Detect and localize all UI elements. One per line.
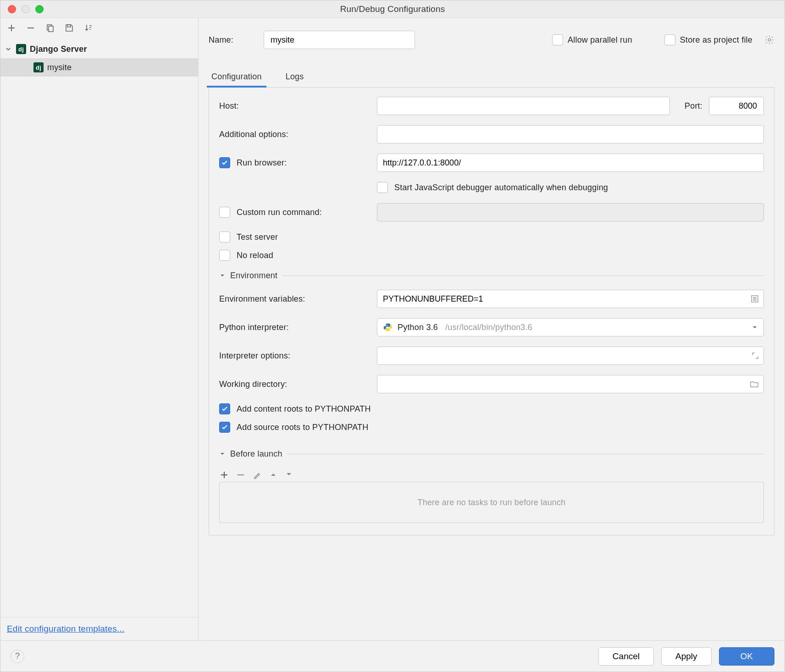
start-js-debugger-label: Start JavaScript debugger automatically … <box>394 183 608 193</box>
titlebar: Run/Debug Configurations <box>0 0 785 18</box>
host-label: Host: <box>219 101 370 111</box>
python-interpreter-select[interactable]: Python 3.6 /usr/local/bin/python3.6 <box>377 318 764 336</box>
add-content-roots-label: Add content roots to PYTHONPATH <box>237 404 371 414</box>
name-label: Name: <box>209 35 254 45</box>
custom-run-command-label: Custom run command: <box>237 208 322 217</box>
cancel-button[interactable]: Cancel <box>598 647 654 666</box>
python-icon <box>383 322 393 332</box>
test-server-checkbox[interactable] <box>219 231 230 242</box>
django-icon: dj <box>16 44 26 54</box>
no-reload-checkbox[interactable] <box>219 250 230 261</box>
expand-icon[interactable] <box>752 352 759 359</box>
add-task-icon[interactable] <box>220 471 228 479</box>
minimize-window-icon <box>22 5 30 13</box>
host-input[interactable] <box>377 97 670 115</box>
chevron-down-icon <box>5 46 12 52</box>
copy-config-icon[interactable] <box>44 22 55 33</box>
tree-item-label: mysite <box>47 63 72 72</box>
before-launch-section-header[interactable]: Before launch <box>219 449 764 459</box>
dialog-window: Run/Debug Configurations dj Django Serve… <box>0 0 785 672</box>
config-tree: dj Django Server dj mysite <box>0 38 198 617</box>
port-input[interactable] <box>709 97 764 115</box>
list-edit-icon[interactable] <box>751 295 759 303</box>
before-launch-section-label: Before launch <box>230 449 282 459</box>
before-launch-empty: There are no tasks to run before launch <box>219 482 764 523</box>
run-browser-url-input[interactable] <box>377 154 764 172</box>
config-tabs: Configuration Logs <box>209 68 774 88</box>
store-as-project-file-checkbox[interactable]: Store as project file <box>664 34 752 45</box>
add-config-icon[interactable] <box>6 22 17 33</box>
caret-down-icon <box>219 272 226 279</box>
caret-down-icon <box>219 451 226 457</box>
custom-run-command-checkbox[interactable] <box>219 207 230 218</box>
tree-item-mysite[interactable]: dj mysite <box>0 58 198 77</box>
python-interpreter-name: Python 3.6 <box>398 323 438 332</box>
tree-root-django-server[interactable]: dj Django Server <box>0 40 198 58</box>
add-source-roots-checkbox[interactable] <box>219 422 230 433</box>
sort-config-icon[interactable] <box>83 22 94 33</box>
help-icon[interactable]: ? <box>11 650 24 663</box>
run-browser-label: Run browser: <box>237 158 287 168</box>
working-directory-label: Working directory: <box>219 380 370 389</box>
checkbox-icon <box>552 34 563 45</box>
additional-options-label: Additional options: <box>219 130 370 139</box>
sidebar-toolbar <box>0 18 198 38</box>
environment-section-label: Environment <box>230 271 277 281</box>
checkbox-icon <box>664 34 675 45</box>
python-interpreter-path: /usr/local/bin/python3.6 <box>445 323 532 332</box>
move-down-icon <box>285 471 293 479</box>
before-launch-toolbar <box>219 468 764 482</box>
edit-templates-link[interactable]: Edit configuration templates... <box>7 624 125 633</box>
remove-config-icon[interactable] <box>25 22 36 33</box>
configuration-panel: Host: Port: Additional options: <box>209 88 774 535</box>
ok-button[interactable]: OK <box>719 647 774 666</box>
name-input[interactable] <box>264 31 415 49</box>
save-config-icon[interactable] <box>64 22 75 33</box>
custom-run-command-input <box>377 203 764 221</box>
start-js-debugger-checkbox[interactable] <box>377 182 388 193</box>
test-server-label: Test server <box>237 232 278 242</box>
env-vars-input[interactable] <box>377 290 764 308</box>
working-directory-input[interactable] <box>377 375 764 393</box>
move-up-icon <box>270 471 277 479</box>
edit-task-icon <box>253 471 261 479</box>
folder-icon[interactable] <box>750 380 759 388</box>
tab-configuration[interactable]: Configuration <box>209 68 265 87</box>
environment-section-header[interactable]: Environment <box>219 271 764 281</box>
python-interpreter-label: Python interpreter: <box>219 323 370 332</box>
tree-root-label: Django Server <box>30 44 87 54</box>
add-source-roots-label: Add source roots to PYTHONPATH <box>237 423 368 432</box>
run-browser-checkbox[interactable] <box>219 157 230 168</box>
no-reload-label: No reload <box>237 251 273 260</box>
window-traffic-lights <box>8 5 44 13</box>
close-window-icon[interactable] <box>8 5 16 13</box>
interpreter-options-label: Interpreter options: <box>219 351 370 361</box>
gear-icon[interactable] <box>764 35 774 45</box>
django-icon: dj <box>33 62 44 72</box>
interpreter-options-input[interactable] <box>377 347 764 365</box>
apply-button[interactable]: Apply <box>661 647 712 666</box>
svg-rect-1 <box>49 26 53 32</box>
zoom-window-icon[interactable] <box>35 5 44 13</box>
port-label: Port: <box>685 101 702 111</box>
store-as-project-label: Store as project file <box>680 35 752 45</box>
chevron-down-icon <box>752 324 758 330</box>
dialog-footer: ? Cancel Apply OK <box>0 640 785 672</box>
svg-rect-2 <box>67 25 71 27</box>
env-vars-label: Environment variables: <box>219 294 370 304</box>
allow-parallel-label: Allow parallel run <box>568 35 632 45</box>
window-title: Run/Debug Configurations <box>340 4 445 14</box>
svg-point-3 <box>768 39 771 41</box>
additional-options-input[interactable] <box>377 125 764 143</box>
allow-parallel-run-checkbox[interactable]: Allow parallel run <box>552 34 632 45</box>
tab-logs[interactable]: Logs <box>283 68 307 87</box>
config-tree-sidebar: dj Django Server dj mysite Edit configur… <box>0 18 199 640</box>
main-panel: Name: Allow parallel run Store as projec… <box>199 18 785 640</box>
remove-task-icon <box>237 471 245 479</box>
add-content-roots-checkbox[interactable] <box>219 403 230 414</box>
